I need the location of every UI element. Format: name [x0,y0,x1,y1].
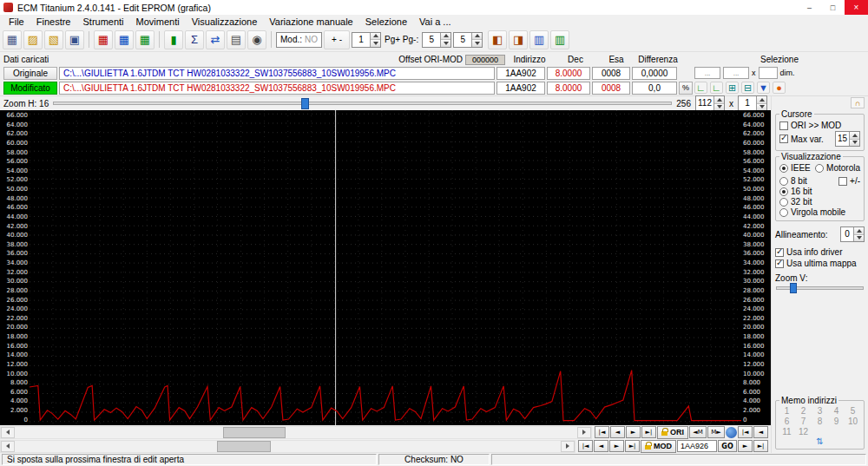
spin-down-icon[interactable] [472,40,482,47]
zoom-v-thumb[interactable] [790,283,797,293]
table-next-icon[interactable]: ◨ [509,30,528,49]
spin-up-icon[interactable] [472,33,482,41]
originale-esa[interactable]: 0008 [592,67,630,80]
sigma-icon[interactable]: Σ [185,30,204,49]
page-prev-button[interactable]: ◄ [753,426,768,438]
nav-last-button[interactable]: ►| [625,440,640,452]
nav-first-button[interactable]: |◄ [578,440,593,452]
zoom-h-slider[interactable] [53,102,672,105]
spin-up-icon[interactable] [371,33,380,41]
nav-first-button[interactable]: |◄ [595,426,609,438]
view-table-ori-icon[interactable]: ▦ [94,30,113,49]
compare-icon[interactable]: ▥ [529,30,549,49]
step-spinner[interactable]: 1 [352,32,381,48]
memo-slot-6[interactable]: 6 [779,417,794,426]
modificato-path[interactable]: C:\...\GIULIETTA 1.6JTDM TCT HW028103332… [59,82,495,95]
16bit-radio[interactable] [779,187,788,196]
spin-down-icon[interactable] [714,104,724,111]
memo-slot-3[interactable]: 3 [812,406,827,416]
plot-area[interactable] [30,110,741,425]
copy-ori-to-mod-icon[interactable]: ⊞ [726,82,739,94]
open-driver-icon[interactable]: ▨ [23,30,43,49]
mod-scrollbar[interactable] [0,440,575,453]
modificato-esa[interactable]: 0008 [592,82,630,95]
selezione-end-field[interactable]: ... [723,67,749,79]
next-map-button[interactable]: M► [707,426,725,438]
window-cascade-icon[interactable]: ▦ [3,30,22,49]
spin-down-icon[interactable] [854,235,864,242]
scroll-left-icon[interactable] [1,441,15,452]
nav-next-button[interactable]: ► [626,426,641,438]
menu-vai-a[interactable]: Vai a ... [413,16,457,27]
modificato-label[interactable]: Modificato [3,82,57,95]
sync-icon[interactable]: ▥ [550,30,569,49]
zoom-h-mult-spinner[interactable]: 1 [738,95,767,111]
page-next-button[interactable]: ► [738,440,753,452]
modificato-indirizzo[interactable]: 1AA902 [496,82,545,95]
close-icon[interactable]: × [845,0,868,15]
memo-slot-10[interactable]: 10 [845,417,860,426]
memo-slot-7[interactable]: 7 [796,417,811,426]
originale-label[interactable]: Originale [3,67,57,80]
memo-slot-9[interactable]: 9 [829,417,844,426]
spin-up-icon[interactable] [850,132,859,140]
menu-variazione-manuale[interactable]: Variazione manuale [263,16,358,27]
spin-up-icon[interactable] [714,96,724,104]
spin-down-icon[interactable] [850,140,859,147]
plus-minus-button[interactable]: + - [324,30,350,49]
memo-slot-11[interactable]: 11 [779,427,794,436]
eprom-graph[interactable]: 66.00064.00062.00060.00058.00056.00054.0… [0,110,771,425]
memo-slot-5[interactable]: 5 [845,406,860,416]
motorola-radio[interactable] [815,164,824,173]
bars-icon[interactable]: ▮ [164,30,183,49]
menu-strumenti[interactable]: Strumenti [76,16,129,27]
plus-minus-checkbox[interactable] [838,177,847,186]
max-var-spinner[interactable]: 15 [835,131,860,147]
spin-up-icon[interactable] [854,227,864,235]
usa-ultima-mappa-checkbox[interactable] [775,259,784,268]
zoom-h-val-spinner[interactable]: 112 [695,95,725,111]
go-button[interactable]: GO [718,440,737,452]
grid-icon[interactable]: ▤ [227,30,246,49]
ieee-radio[interactable] [779,164,788,173]
memo-slot-1[interactable]: 1 [779,406,794,416]
ori-scrollbar[interactable] [0,426,592,439]
spin-up-icon[interactable] [757,96,766,104]
menu-visualizzazione[interactable]: Visualizzazione [186,16,264,27]
originale-path[interactable]: C:\...\GIULIETTA 1.6JTDM TCT HW028103332… [59,67,495,80]
scroll-right-icon[interactable] [561,441,575,452]
ori-scroll-thumb[interactable] [223,427,286,438]
menu-movimenti[interactable]: Movimenti [130,16,186,27]
max-var-checkbox[interactable] [779,135,788,143]
menu-selezione[interactable]: Selezione [359,16,413,27]
spin-up-icon[interactable] [441,33,450,41]
percent-button[interactable]: % [679,82,693,95]
pg-plus-spinner[interactable]: 5 [422,32,451,48]
driver-icon[interactable] [726,427,737,438]
record-icon[interactable]: ● [773,82,786,94]
page-first-button[interactable]: |◄ [738,426,753,438]
page-last-button[interactable]: ►| [753,440,768,452]
mod-scroll-track[interactable] [15,441,561,452]
selezione-dim-field[interactable] [759,67,778,79]
save-icon[interactable]: ▣ [65,30,84,49]
nav-next-button[interactable]: ► [609,440,624,452]
ori-button[interactable]: ORI [657,426,688,439]
originale-dec[interactable]: 8.0000 [547,67,590,80]
zoom-v-slider[interactable] [776,286,864,290]
usa-info-driver-checkbox[interactable] [775,248,784,257]
memo-slot-8[interactable]: 8 [812,417,827,426]
sel-end-icon[interactable]: ∟ [710,82,723,94]
copy-mod-to-ori-icon[interactable]: ⊟ [741,82,754,94]
ori-mod-checkbox[interactable] [779,121,788,130]
zoom-h-thumb[interactable] [301,98,309,109]
table-prev-icon[interactable]: ◧ [488,30,507,49]
minimize-icon[interactable]: – [798,0,821,15]
find-icon[interactable]: ◉ [247,30,266,49]
memo-slot-12[interactable]: 12 [796,427,811,436]
allineamento-spinner[interactable]: 0 [840,226,865,242]
spin-down-icon[interactable] [441,40,450,47]
memo-slot-2[interactable]: 2 [796,406,811,416]
mod-scroll-thumb[interactable] [217,441,271,452]
scroll-right-icon[interactable] [577,427,591,438]
